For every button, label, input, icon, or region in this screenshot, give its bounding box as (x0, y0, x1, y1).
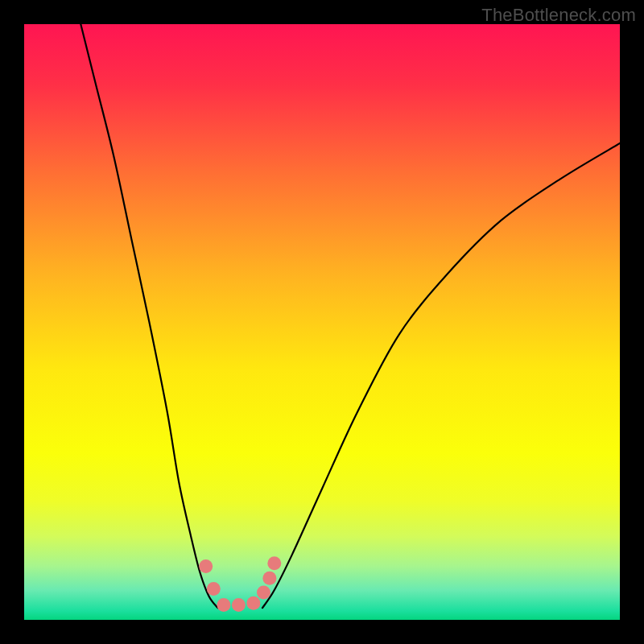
marker-point (257, 585, 270, 599)
marker-point (217, 598, 230, 612)
marker-point (262, 572, 276, 585)
marker-point (207, 582, 221, 596)
marker-point (199, 559, 213, 573)
plot-area (24, 24, 620, 620)
chart-frame: TheBottleneck.com (0, 0, 644, 644)
watermark-text: TheBottleneck.com (481, 5, 636, 26)
marker-point (232, 598, 246, 612)
marker-point (267, 556, 281, 570)
gradient-backdrop (24, 24, 620, 620)
marker-point (246, 597, 260, 610)
plot-svg (24, 24, 620, 620)
